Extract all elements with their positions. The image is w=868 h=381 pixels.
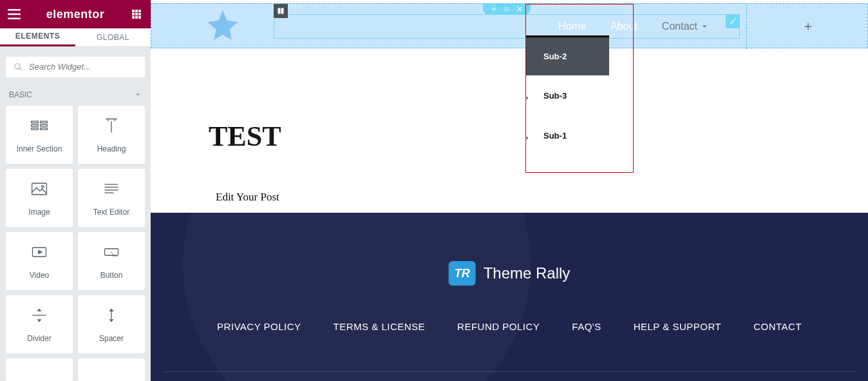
svg-point-26 [508, 10, 509, 11]
svg-point-25 [506, 10, 507, 11]
search-row [0, 47, 151, 84]
footer-logo-text: Theme Rally [484, 264, 571, 282]
footer-logo-badge: TR [449, 261, 476, 286]
caret-down-icon [701, 23, 708, 30]
widget-divider[interactable]: Divider [6, 295, 73, 353]
add-column-button[interactable] [746, 4, 868, 49]
footer-link-privacy[interactable]: PRIVACY POLICY [217, 321, 301, 332]
footer-divider [164, 371, 855, 372]
chevron-right-icon [525, 135, 530, 141]
footer-logo: TR Theme Rally [449, 261, 571, 286]
category-basic[interactable]: BASIC [0, 84, 151, 106]
widget-label: Text Editor [93, 208, 130, 217]
brand-logo: elementor [28, 8, 122, 21]
nav-contact-label: Contact [662, 21, 697, 32]
editor-canvas: Home About Contact Sub-2 Sub-3 Sub-1 [151, 0, 868, 381]
svg-rect-20 [281, 8, 284, 14]
footer-link-help[interactable]: HELP & SUPPORT [634, 321, 722, 332]
widget-label: Spacer [99, 334, 124, 343]
chevron-down-icon [134, 91, 142, 99]
widget-partial-1[interactable] [6, 358, 73, 381]
divider-icon [30, 306, 48, 324]
submenu-item-sub1[interactable]: Sub-1 [525, 115, 609, 155]
svg-rect-7 [41, 124, 48, 126]
video-icon [30, 243, 48, 261]
column-handle[interactable] [274, 4, 288, 18]
image-icon [30, 180, 48, 198]
search-icon [14, 63, 23, 72]
widget-video[interactable]: Video [6, 232, 73, 290]
svg-rect-2 [8, 18, 21, 19]
plus-icon [803, 21, 813, 32]
inner-section[interactable]: Home About Contact [267, 4, 746, 49]
svg-rect-0 [8, 9, 21, 10]
tab-elements[interactable]: ELEMENTS [0, 28, 75, 46]
footer-link-faq[interactable]: FAQ'S [572, 321, 601, 332]
svg-rect-3 [32, 121, 39, 123]
svg-rect-4 [32, 124, 39, 126]
logo-star[interactable] [184, 3, 261, 48]
panel-header: elementor [0, 0, 151, 28]
widget-label: Inner Section [17, 144, 62, 153]
spacer-icon [102, 306, 120, 324]
svg-point-22 [506, 8, 507, 9]
footer-link-refund[interactable]: REFUND POLICY [457, 321, 540, 332]
widget-label: Button [100, 271, 123, 280]
apps-grid-icon[interactable] [122, 0, 151, 28]
submenu-label: Sub-2 [543, 52, 567, 61]
submenu-label: Sub-1 [543, 131, 567, 141]
hamburger-menu-icon[interactable] [0, 0, 28, 28]
edit-widget-button[interactable] [726, 14, 740, 28]
widget-label: Image [28, 208, 50, 217]
star-icon [205, 7, 241, 43]
pencil-icon [729, 17, 737, 25]
nav-contact[interactable]: Contact [662, 21, 708, 32]
svg-point-10 [42, 186, 44, 188]
widget-heading[interactable]: Heading [78, 106, 145, 164]
widget-text-editor[interactable]: Text Editor [78, 169, 145, 227]
close-icon[interactable] [516, 6, 523, 12]
chevron-right-icon [525, 95, 530, 101]
widget-image[interactable]: Image [6, 169, 73, 227]
svg-point-23 [508, 8, 509, 9]
category-label: BASIC [9, 90, 32, 99]
text-editor-icon [102, 180, 120, 198]
footer-nav: PRIVACY POLICY TERMS & LICENSE REFUND PO… [151, 321, 868, 332]
svg-rect-8 [41, 128, 48, 130]
heading-icon [102, 117, 120, 135]
footer-link-contact[interactable]: CONTACT [753, 321, 802, 332]
widget-label: Video [30, 271, 49, 280]
columns-icon [277, 7, 285, 15]
widget-partial-2[interactable] [78, 358, 145, 381]
submenu-item-sub2[interactable]: Sub-2 [525, 35, 609, 75]
submenu-label: Sub-3 [543, 91, 567, 101]
elementor-panel: elementor ELEMENTS GLOBAL BASIC Inner Se… [0, 0, 151, 381]
plus-icon[interactable] [491, 6, 497, 12]
chevron-right-icon [525, 57, 530, 62]
site-footer: TR Theme Rally PRIVACY POLICY TERMS & LI… [151, 213, 868, 381]
svg-point-24 [505, 10, 506, 11]
section-controls [483, 4, 531, 14]
widget-label: Divider [27, 334, 51, 343]
drag-handle-icon[interactable] [504, 6, 510, 12]
widget-button[interactable]: Button [78, 232, 145, 290]
nav-home[interactable]: Home [558, 21, 586, 32]
panel-tabs: ELEMENTS GLOBAL [0, 28, 151, 47]
svg-rect-6 [41, 121, 48, 123]
widgets-grid: Inner Section Heading Image Text Editor … [0, 106, 151, 381]
nav-about[interactable]: About [610, 21, 637, 32]
svg-rect-19 [278, 8, 281, 14]
section-header[interactable]: Home About Contact [151, 3, 868, 48]
button-icon [102, 243, 120, 261]
inner-section-icon [30, 117, 48, 135]
search-input[interactable] [6, 57, 145, 77]
svg-rect-1 [8, 14, 21, 15]
svg-rect-9 [32, 183, 47, 195]
widget-spacer[interactable]: Spacer [78, 295, 145, 353]
submenu-item-sub3[interactable]: Sub-3 [525, 75, 609, 115]
widget-inner-section[interactable]: Inner Section [6, 106, 73, 164]
tab-global[interactable]: GLOBAL [75, 28, 151, 46]
footer-link-terms[interactable]: TERMS & LICENSE [334, 321, 426, 332]
svg-rect-5 [32, 128, 39, 130]
widget-label: Heading [97, 144, 126, 153]
